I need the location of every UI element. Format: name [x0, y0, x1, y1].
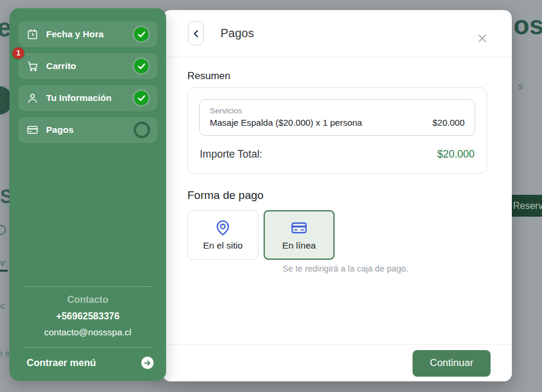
dialog-body: Resumen Servicios Masaje Espalda ($20.00… [163, 57, 512, 273]
continue-button[interactable]: Continuar [413, 350, 491, 377]
summary-card: Servicios Masaje Espalda ($20.000) x 1 p… [187, 87, 487, 174]
check-icon [134, 27, 148, 41]
divider [23, 286, 152, 287]
backdrop-ring [0, 225, 6, 235]
step-complete-badge [132, 89, 150, 107]
calendar-icon [27, 28, 38, 40]
backdrop-text-fragment: s [518, 81, 523, 91]
sidebar-item-fecha-y-hora[interactable]: Fecha y Hora [18, 21, 157, 47]
cart-count-badge: 1 [12, 47, 24, 59]
user-icon [27, 92, 38, 104]
sidebar-item-label: Carrito [46, 61, 76, 71]
backdrop-reserva-button: Reserva [512, 195, 542, 217]
summary-title: Resumen [187, 70, 487, 82]
sidebar-spacer [18, 149, 157, 286]
payment-option-online[interactable]: En línea [264, 210, 335, 260]
dialog-header: Pagos [163, 10, 512, 57]
credit-card-icon [290, 220, 308, 236]
contact-email: contacto@nossspa.cl [18, 327, 157, 338]
backdrop-text-fragment: oc [0, 300, 5, 311]
sidebar-item-label: Tu Información [46, 93, 112, 103]
collapse-menu-button[interactable]: Contraer menú [18, 348, 157, 369]
chevron-left-icon [193, 30, 199, 38]
total-row: Importe Total: $20.000 [199, 148, 475, 162]
step-pending-badge [134, 122, 150, 138]
service-group-label: Servicios [210, 106, 465, 115]
steps-sidebar: Fecha y Hora 1 Carrito Tu Información [9, 8, 166, 381]
service-group-card: Servicios Masaje Espalda ($20.000) x 1 p… [199, 99, 475, 136]
backdrop-text-fragment: e é [0, 349, 9, 358]
check-icon [134, 91, 148, 105]
contact-title: Contacto [18, 295, 157, 305]
dialog-title: Pagos [220, 27, 254, 40]
sidebar-item-pagos[interactable]: Pagos [18, 117, 157, 143]
contact-phone: +56962583376 [18, 311, 157, 322]
payment-dialog: Pagos Resumen Servicios Masaje Espalda (… [163, 10, 512, 381]
sidebar-item-label: Fecha y Hora [46, 29, 103, 40]
dialog-footer: Continuar [163, 344, 512, 381]
collapse-menu-label: Contraer menú [27, 357, 96, 368]
backdrop-tab-underline [0, 270, 8, 272]
close-icon [478, 34, 487, 43]
payment-option-label: En línea [283, 240, 316, 251]
cart-icon [27, 60, 38, 72]
payment-option-label: En el sitio [203, 240, 242, 251]
total-label: Importe Total: [200, 148, 262, 161]
payment-redirect-note: Se te redirigirá a la caja de pago. [283, 264, 487, 273]
arrow-right-icon [141, 357, 154, 369]
back-button[interactable] [188, 21, 204, 45]
step-complete-badge [132, 25, 150, 43]
sidebar-item-label: Pagos [46, 125, 74, 135]
sidebar-item-carrito[interactable]: 1 Carrito [18, 53, 157, 79]
credit-card-icon [27, 124, 38, 136]
service-price: $20.000 [433, 117, 465, 128]
payment-options: En el sitio En línea [187, 210, 487, 260]
check-icon [134, 59, 148, 73]
step-complete-badge [132, 57, 150, 75]
sidebar-item-tu-informacion[interactable]: Tu Información [18, 85, 157, 111]
payment-method-title: Forma de pago [187, 189, 487, 202]
location-pin-icon [215, 220, 231, 236]
payment-option-onsite[interactable]: En el sitio [187, 210, 258, 260]
service-line-item: Masaje Espalda ($20.000) x 1 persona $20… [210, 117, 465, 128]
close-button[interactable] [477, 33, 488, 44]
backdrop-tab-fragment: v [0, 257, 5, 267]
service-name: Masaje Espalda ($20.000) x 1 persona [210, 117, 362, 128]
total-value: $20.000 [437, 148, 475, 161]
